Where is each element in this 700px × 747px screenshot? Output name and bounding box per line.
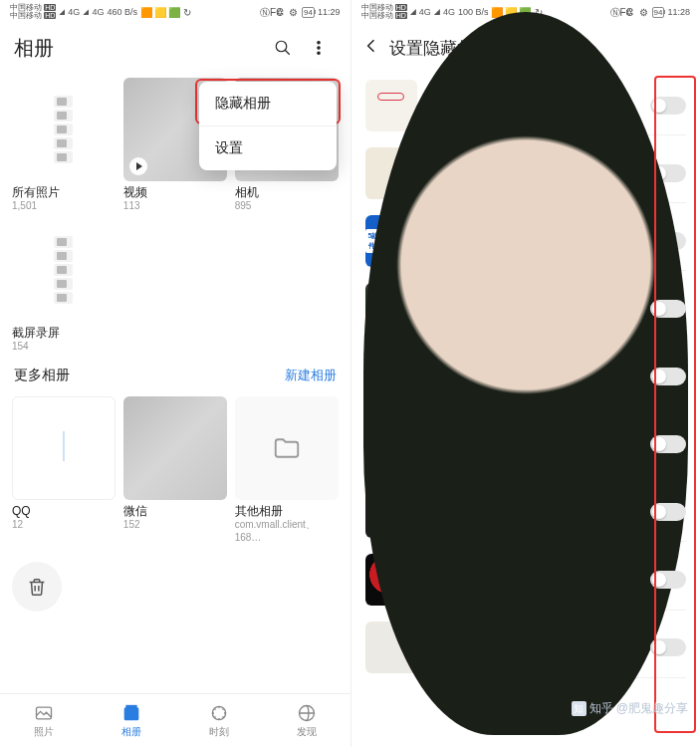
toggle[interactable] [650, 503, 686, 521]
battery-icon: 94 [302, 7, 315, 18]
more-icon[interactable] [301, 30, 337, 66]
list-item[interactable]: 图虫2 张照片 [355, 275, 697, 343]
section-label: 更多相册 [14, 367, 70, 384]
bottom-nav: 照片 相册 时刻 发现 [0, 693, 350, 747]
nav-discover[interactable]: 发现 [263, 694, 350, 747]
toggle[interactable] [650, 368, 686, 385]
svg-point-4 [317, 52, 319, 54]
status-bar: 中国移动 HD 中国移动 HD 4G 4G 460 B/s 🟧🟨🟩↻ ⓃFC✲⚙… [0, 0, 350, 24]
album-all-photos[interactable]: 所有照片 1,501 [12, 78, 116, 212]
album-others[interactable]: 其他相册 com.vmall.client、168… [235, 396, 339, 544]
clock: 11:28 [667, 7, 690, 17]
trash-button[interactable] [12, 562, 62, 612]
toggle[interactable] [650, 571, 686, 589]
toggle[interactable] [650, 638, 686, 656]
search-icon[interactable] [265, 30, 301, 66]
toggle[interactable] [650, 300, 686, 318]
section-more-albums: 更多相册 新建相册 [0, 353, 350, 390]
album-grid-bottom: QQ 12 微信 152 其他相册 com.vmall.client、168… [0, 390, 350, 544]
trash-row [12, 562, 339, 612]
context-menu: 隐藏相册 设置 [199, 82, 337, 170]
album-screenshots[interactable]: 截屏录屏 154 [12, 218, 116, 353]
svg-rect-6 [124, 708, 137, 720]
svg-point-8 [212, 706, 225, 719]
header: 相册 [0, 24, 350, 72]
svg-rect-7 [126, 705, 136, 708]
create-album-button[interactable]: 新建相册 [285, 367, 337, 384]
phone-right-hide-settings: 中国移动 HD 中国移动 HD 4G 4G 100 B/s 🟧🟨🟩↻ ⓃFC✲⚙… [350, 0, 701, 747]
album-grid-mid: 截屏录屏 154 [0, 212, 350, 353]
toggle[interactable] [650, 97, 686, 115]
svg-point-3 [317, 47, 319, 49]
nav-photos[interactable]: 照片 [0, 694, 88, 747]
battery-icon: 94 [652, 7, 665, 18]
nav-albums[interactable]: 相册 [88, 694, 175, 747]
svg-point-2 [317, 42, 319, 44]
watermark: 知知乎@肥鬼趣分享 [572, 700, 688, 717]
svg-line-1 [285, 50, 290, 55]
back-button[interactable] [361, 36, 381, 60]
hide-album-list: QQEditPic1 张照片 image5 张照片 5款高效电脑软件 Movie… [351, 72, 701, 681]
clock: 11:29 [318, 7, 341, 17]
album-qq[interactable]: QQ 12 [12, 396, 116, 544]
toggle[interactable] [650, 435, 686, 453]
menu-settings[interactable]: 设置 [199, 125, 337, 170]
nav-moments[interactable]: 时刻 [175, 694, 263, 747]
svg-point-0 [276, 41, 287, 52]
phone-left-gallery: 中国移动 HD 中国移动 HD 4G 4G 460 B/s 🟧🟨🟩↻ ⓃFC✲⚙… [0, 0, 350, 747]
menu-hide-album[interactable]: 隐藏相册 [199, 82, 337, 125]
album-wechat[interactable]: 微信 152 [123, 396, 227, 544]
page-title: 相册 [14, 35, 265, 62]
play-icon [129, 157, 147, 175]
